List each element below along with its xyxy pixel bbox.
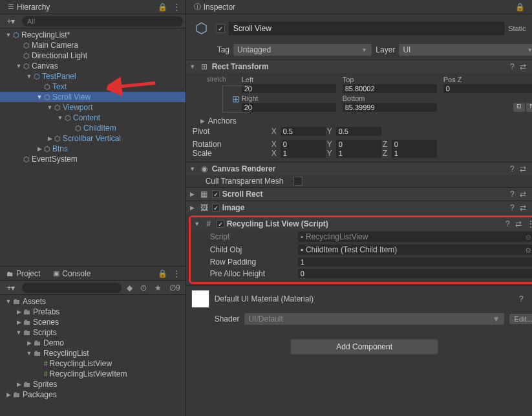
hierarchy-item[interactable]: ⬡ChildItem: [0, 123, 186, 133]
project-tab[interactable]: 🖿 Project: [0, 267, 47, 280]
project-item[interactable]: ▶🖿Prefabs: [0, 307, 186, 317]
expand-icon[interactable]: ▶: [14, 381, 23, 388]
hierarchy-item[interactable]: ▼⬡Content: [0, 113, 186, 123]
expand-icon[interactable]: ▼: [4, 298, 13, 305]
hierarchy-item[interactable]: ▼⬡RecyclingList⋮: [0, 30, 186, 40]
lock-icon[interactable]: 🔒: [158, 269, 167, 278]
preset-icon[interactable]: ⇄: [515, 219, 522, 228]
material-swatch[interactable]: [191, 290, 209, 308]
create-button[interactable]: +▾: [3, 283, 19, 292]
top-field[interactable]: [343, 84, 437, 93]
preset-icon[interactable]: ⇄: [520, 190, 526, 199]
raw-edit-button[interactable]: R: [526, 103, 532, 112]
right-field[interactable]: [242, 103, 336, 112]
collapse-icon[interactable]: ▼: [193, 221, 201, 227]
bottom-field[interactable]: [343, 103, 437, 112]
layer-dropdown[interactable]: UI▼: [399, 44, 532, 56]
rowpad-field[interactable]: [298, 257, 532, 267]
expand-icon[interactable]: ▼: [56, 115, 65, 121]
scale-x-field[interactable]: [281, 149, 326, 158]
lock-icon[interactable]: 🔒: [158, 3, 167, 12]
preset-icon[interactable]: ⇄: [520, 62, 526, 71]
anchors-foldout[interactable]: ▶: [200, 118, 208, 124]
help-icon[interactable]: ?: [510, 190, 515, 199]
pivot-y-field[interactable]: [336, 127, 381, 136]
rot-y-field[interactable]: [336, 140, 381, 149]
add-component-button[interactable]: Add Component: [290, 339, 438, 355]
scale-y-field[interactable]: [336, 149, 381, 158]
hierarchy-search-input[interactable]: [22, 16, 183, 27]
scroll-rect-enabled[interactable]: [212, 190, 220, 198]
hierarchy-tab[interactable]: ☰ Hierarchy: [0, 1, 58, 14]
childobj-field[interactable]: ▪ ChildItem (Test Child Item) ⊙: [298, 245, 532, 255]
hierarchy-item[interactable]: ⬡EventSystem: [0, 154, 186, 164]
collapse-icon[interactable]: ▼: [189, 166, 197, 172]
object-picker-icon[interactable]: ⊙: [526, 234, 531, 241]
menu-icon[interactable]: ⋮: [173, 3, 180, 12]
expand-icon[interactable]: ▼: [14, 329, 23, 336]
lock-icon[interactable]: 🔒: [515, 3, 525, 12]
hierarchy-item[interactable]: ▼⬡Viewport: [0, 102, 186, 113]
cull-checkbox[interactable]: [293, 177, 303, 186]
pivot-x-field[interactable]: [281, 127, 326, 136]
menu-icon[interactable]: ⋮: [529, 294, 532, 303]
help-icon[interactable]: ?: [519, 294, 524, 303]
filter-icon[interactable]: ◆: [124, 283, 135, 292]
blueprint-mode-button[interactable]: ⊡: [513, 103, 525, 112]
left-field[interactable]: [242, 84, 336, 93]
expand-icon[interactable]: ▼: [14, 63, 23, 69]
edit-button[interactable]: Edit...: [509, 314, 532, 324]
tag-dropdown[interactable]: Untagged▼: [233, 44, 372, 56]
object-picker-icon[interactable]: ⊙: [526, 246, 531, 254]
project-item[interactable]: ▶🖿Packages: [0, 389, 186, 400]
project-item[interactable]: ▶🖿Scenes: [0, 317, 186, 327]
expand-icon[interactable]: ▶: [14, 319, 23, 325]
expand-icon[interactable]: ▶: [4, 391, 13, 398]
object-name-field[interactable]: [229, 22, 505, 35]
project-item[interactable]: ▶🖿Demo: [0, 338, 186, 348]
collapse-icon[interactable]: ▶: [189, 191, 197, 197]
help-icon[interactable]: ?: [505, 219, 510, 228]
expand-icon[interactable]: ▼: [35, 94, 44, 100]
hierarchy-item[interactable]: ▼⬡Canvas: [0, 61, 186, 71]
rot-x-field[interactable]: [281, 140, 326, 149]
expand-icon[interactable]: ▶: [25, 340, 34, 346]
expand-icon[interactable]: ▼: [4, 32, 13, 38]
expand-icon[interactable]: ▼: [25, 73, 34, 80]
project-item[interactable]: ▼🖿RecyclingList: [0, 348, 186, 358]
console-tab[interactable]: ▣ Console: [47, 267, 97, 280]
expand-icon[interactable]: ▼: [45, 104, 54, 111]
hierarchy-item[interactable]: ⬡Directional Light: [0, 50, 186, 61]
image-enabled[interactable]: [212, 204, 220, 212]
project-item[interactable]: ▶🖿Sprites: [0, 379, 186, 389]
help-icon[interactable]: ?: [510, 62, 515, 71]
project-item[interactable]: #RecyclingListView: [0, 358, 186, 369]
create-button[interactable]: +▾: [3, 17, 19, 26]
project-item[interactable]: #RecyclingListViewItem: [0, 369, 186, 379]
recycling-enabled[interactable]: [217, 220, 224, 228]
project-search-input[interactable]: [22, 283, 122, 293]
shader-dropdown[interactable]: UI/Default▼: [244, 313, 504, 325]
expand-icon[interactable]: ▶: [14, 309, 23, 315]
hierarchy-item[interactable]: ⬡Text: [0, 82, 186, 92]
prealloc-field[interactable]: [298, 269, 532, 278]
gameobject-icon[interactable]: ⬡: [191, 18, 212, 39]
hierarchy-item[interactable]: ▼⬡TestPanel: [0, 71, 186, 82]
filter-icon[interactable]: ⊙: [138, 283, 149, 292]
preset-icon[interactable]: ⇄: [520, 203, 526, 212]
posz-field[interactable]: [443, 84, 532, 93]
hierarchy-item[interactable]: ⬡Main Camera: [0, 40, 186, 50]
help-icon[interactable]: ?: [510, 203, 515, 212]
enabled-checkbox[interactable]: [216, 24, 225, 33]
hidden-icon[interactable]: ∅9: [167, 283, 183, 292]
help-icon[interactable]: ?: [510, 164, 515, 173]
preset-icon[interactable]: ⇄: [520, 164, 526, 173]
hierarchy-item[interactable]: ▶⬡Scrollbar Vertical: [0, 133, 186, 144]
collapse-icon[interactable]: ▼: [189, 63, 197, 70]
inspector-tab[interactable]: ⓘ Inspector: [186, 0, 243, 14]
collapse-icon[interactable]: ▶: [189, 204, 197, 211]
project-item[interactable]: ▼🖿Scripts: [0, 327, 186, 338]
expand-icon[interactable]: ▼: [25, 350, 34, 356]
hierarchy-item[interactable]: ▼⬡Scroll View: [0, 92, 186, 102]
anchor-preset-button[interactable]: ⊞: [222, 85, 250, 113]
